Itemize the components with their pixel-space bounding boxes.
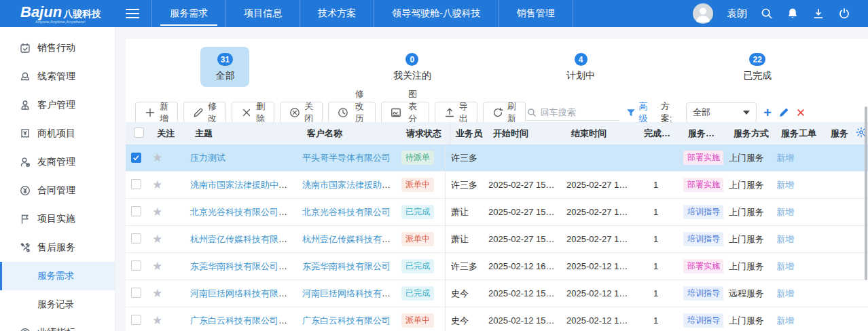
topnav-tab-0[interactable]: 服务需求 — [151, 0, 225, 27]
customer-link[interactable]: 杭州壹亿传媒科技有限公司 — [302, 234, 396, 244]
table-row[interactable]: ★东莞华南科技有限公司服务...东莞华南科技有限公司已完成许三多2025-02-… — [126, 253, 868, 280]
stat-tab-0[interactable]: 31全部 — [200, 47, 249, 87]
sidebar-item-9[interactable]: 服务记录 — [0, 290, 115, 319]
table-row[interactable]: ★北京光谷科技有限公司上门...北京光谷科技有限公司已完成萧让2025-02-2… — [126, 199, 868, 226]
sidebar-item-1[interactable]: 线索管理 — [0, 62, 115, 91]
ticket-add-link[interactable]: 新增 — [776, 288, 794, 298]
toolbar-button-5[interactable]: 图表分析 — [381, 102, 429, 123]
customer-link[interactable]: 东莞华南科技有限公司 — [302, 261, 391, 271]
column-header-7[interactable]: 完成天数 — [638, 128, 683, 140]
ticket-add-link[interactable]: 新增 — [776, 153, 794, 163]
ticket-add-link[interactable]: 新增 — [776, 315, 794, 326]
row-checkbox[interactable] — [131, 233, 141, 244]
column-header-10[interactable]: 服务工单 — [776, 128, 825, 140]
customer-link[interactable]: 广东白云科技有限公司 — [302, 315, 391, 326]
column-header-3[interactable]: 请求状态 — [401, 122, 450, 144]
sidebar-item-6[interactable]: 项目实施 — [0, 205, 115, 233]
subject-link[interactable]: 洮南市国家法律援助中心上... — [190, 180, 297, 190]
column-header-8[interactable]: 服务类型 — [683, 128, 728, 140]
table-row[interactable]: ★广东白云科技有限公司售后...广东白云科技有限公司派单中史今2025-02-1… — [126, 307, 868, 331]
star-icon[interactable]: ★ — [152, 314, 162, 327]
column-header-4[interactable]: 业务员 — [450, 128, 488, 140]
power-icon[interactable] — [838, 7, 850, 20]
sidebar-item-3[interactable]: 商机项目 — [0, 119, 115, 148]
ticket-add-link[interactable]: 新增 — [776, 207, 794, 217]
customer-link[interactable]: 洮南市国家法律援助中心 — [302, 180, 396, 190]
toolbar-button-7[interactable]: 刷新 — [483, 102, 526, 123]
brand-logo[interactable]: Bajun 八骏科技 Anyone,Anytime,Anywhere! — [0, 3, 113, 24]
add-scheme-button[interactable]: + — [763, 105, 772, 121]
row-checkbox[interactable] — [131, 206, 141, 216]
row-checkbox[interactable] — [131, 153, 141, 163]
menu-toggle-icon[interactable] — [126, 9, 139, 18]
star-icon[interactable]: ★ — [152, 151, 162, 164]
search-icon[interactable] — [761, 7, 773, 20]
sidebar-item-5[interactable]: 合同管理 — [0, 176, 115, 205]
sidebar-item-8[interactable]: 服务需求 — [0, 262, 115, 290]
sidebar-item-10[interactable]: 业绩指标 — [0, 319, 115, 331]
topnav-tab-2[interactable]: 技术方案 — [300, 0, 374, 27]
star-icon[interactable]: ★ — [152, 287, 162, 300]
vertical-scrollbar[interactable] — [865, 106, 867, 280]
select-all-checkbox[interactable] — [134, 128, 144, 138]
row-checkbox[interactable] — [131, 315, 141, 325]
column-header-6[interactable]: 结束时间 — [566, 128, 638, 140]
search-input[interactable] — [541, 107, 615, 117]
sidebar-item-0[interactable]: 销售行动 — [0, 34, 115, 62]
advanced-filter-button[interactable]: 高级 — [626, 100, 654, 125]
subject-link[interactable]: 广东白云科技有限公司售后... — [190, 315, 297, 326]
toolbar-button-0[interactable]: 新增 — [135, 102, 178, 123]
toolbar-button-4[interactable]: 修改历史 — [328, 102, 376, 123]
subject-link[interactable]: 压力测试 — [190, 153, 225, 163]
stat-tab-3[interactable]: 22已完成 — [732, 47, 782, 87]
download-icon[interactable] — [812, 7, 825, 20]
edit-scheme-button[interactable] — [778, 107, 789, 118]
table-row[interactable]: ★河南巨括网络科技有限公司...河南巨括网络科技有限公司已完成史今2025-02… — [126, 280, 868, 307]
ticket-add-link[interactable]: 新增 — [776, 234, 794, 244]
toolbar-button-3[interactable]: 关闭 — [280, 102, 323, 123]
toolbar-button-2[interactable]: 删除 — [232, 102, 274, 123]
star-icon[interactable]: ★ — [152, 206, 162, 218]
ticket-add-link[interactable]: 新增 — [776, 180, 794, 190]
column-header-9[interactable]: 服务方式 — [728, 128, 776, 140]
table-row[interactable]: ★压力测试平头哥半导体有限公司待派单许三多部署实施上门服务新增 — [126, 144, 868, 172]
stat-tab-1[interactable]: 0我关注的 — [382, 47, 442, 87]
topnav-tab-1[interactable]: 项目信息 — [225, 0, 300, 27]
sidebar-item-7[interactable]: 售后服务 — [0, 233, 115, 262]
search-icon — [527, 108, 537, 117]
subject-link[interactable]: 河南巨括网络科技有限公司... — [190, 288, 297, 298]
table-row[interactable]: ★洮南市国家法律援助中心上...洮南市国家法律援助中心派单中许三多2025-02… — [126, 172, 868, 199]
subject-link[interactable]: 东莞华南科技有限公司服务... — [190, 261, 297, 271]
column-header-2[interactable]: 客户名称 — [302, 128, 401, 140]
username[interactable]: 袁朗 — [727, 7, 747, 20]
topnav-tab-4[interactable]: 销售管理 — [499, 0, 573, 27]
sidebar-item-2[interactable]: 客户管理 — [0, 91, 115, 119]
customer-link[interactable]: 北京光谷科技有限公司 — [302, 207, 391, 217]
ticket-add-link[interactable]: 新增 — [776, 261, 794, 271]
table-row[interactable]: ★杭州壹亿传媒科技有限公司...杭州壹亿传媒科技有限公司派单中萧让2025-02… — [126, 226, 868, 253]
scheme-select[interactable]: 全部 — [686, 102, 757, 123]
avatar[interactable] — [693, 3, 713, 24]
bell-icon[interactable] — [786, 7, 799, 20]
search-box[interactable] — [526, 104, 619, 121]
subject-link[interactable]: 北京光谷科技有限公司上门... — [190, 207, 297, 217]
column-header-1[interactable]: 主题 — [189, 128, 302, 140]
topnav-tab-3[interactable]: 领导驾驶舱-八骏科技 — [374, 0, 499, 27]
column-header-5[interactable]: 开始时间 — [488, 128, 566, 140]
star-icon[interactable]: ★ — [152, 233, 162, 246]
sidebar-item-4[interactable]: 友商管理 — [0, 148, 115, 176]
toolbar-button-6[interactable]: 导出 — [435, 102, 477, 123]
delete-scheme-button[interactable] — [796, 108, 806, 117]
row-checkbox[interactable] — [131, 179, 141, 189]
stat-tab-2[interactable]: 4计划中 — [556, 47, 606, 87]
toolbar-button-1[interactable]: 修改 — [183, 102, 226, 123]
column-header-0[interactable]: 关注 — [151, 128, 189, 140]
customer-link[interactable]: 河南巨括网络科技有限公司 — [302, 288, 396, 298]
topnav-tab-label: 领导驾驶舱-八骏科技 — [392, 7, 481, 20]
star-icon[interactable]: ★ — [152, 178, 162, 191]
customer-link[interactable]: 平头哥半导体有限公司 — [302, 153, 391, 163]
subject-link[interactable]: 杭州壹亿传媒科技有限公司... — [190, 234, 297, 244]
row-checkbox[interactable] — [131, 288, 141, 298]
star-icon[interactable]: ★ — [152, 260, 162, 273]
row-checkbox[interactable] — [131, 260, 141, 271]
